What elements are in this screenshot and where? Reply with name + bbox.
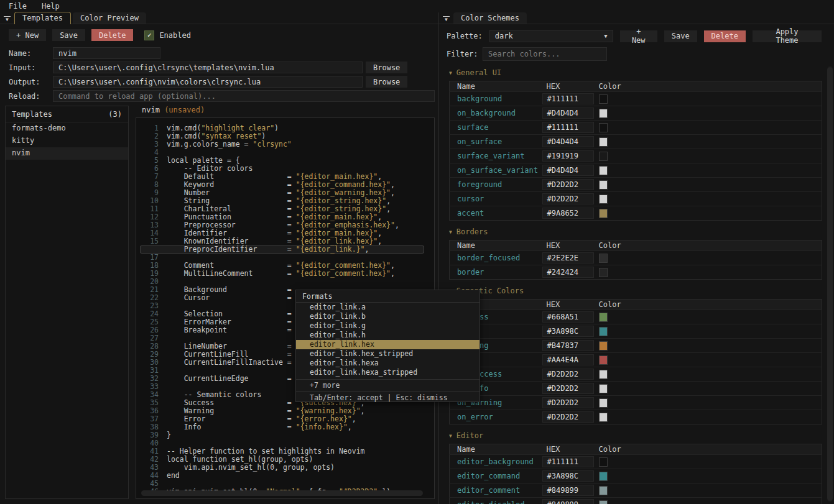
code-text: end [167,472,180,480]
color-swatch[interactable] [599,209,608,218]
tab-color-preview[interactable]: Color Preview [73,12,146,24]
section-header[interactable]: ▼Borders [449,227,834,240]
code-line[interactable]: 39} [140,431,434,439]
template-list-item[interactable]: formats-demo [6,122,128,135]
hex-value-field[interactable]: #849899 [542,485,594,496]
hex-value-field[interactable]: #D2D2D2 [542,383,594,394]
color-swatch[interactable] [599,123,608,132]
color-swatch[interactable] [599,398,608,408]
color-swatch[interactable] [599,472,608,481]
hex-value-field[interactable]: #9A8652 [542,208,594,219]
hex-value-field[interactable]: #3A898C [542,326,594,337]
collapse-panel-icon[interactable]: ▼ [4,16,11,22]
color-swatch[interactable] [599,137,608,147]
hex-value-field[interactable]: #191919 [542,150,594,162]
hex-value-field[interactable]: #D4D4D4 [542,108,594,119]
hex-value-field[interactable]: #B47837 [542,340,594,351]
code-line[interactable]: 3vim.g.colors_name = "clrsync" [140,140,434,149]
format-suggestion[interactable]: editor_link.b [296,312,480,321]
delete-palette-button[interactable]: Delete [704,30,746,42]
hex-value-field[interactable]: #3A898C [542,470,594,482]
enabled-checkbox[interactable]: ✓ [144,30,154,40]
color-swatch[interactable] [599,500,608,504]
format-suggestion[interactable]: editor_link.hexa_stripped [296,368,480,377]
menu-help[interactable]: Help [42,2,60,11]
color-swatch[interactable] [599,109,608,118]
hex-value-field[interactable]: #2E2E2E [542,252,594,263]
code-line[interactable]: 19 MultiLineComment = "{editor_comment.h… [140,270,434,278]
reload-command-field[interactable] [53,90,435,102]
color-swatch[interactable] [599,180,608,190]
hex-value-field[interactable]: #D2D2D2 [542,179,594,190]
code-line[interactable]: PreprocIdentifier = "{editor_link.}", [140,245,424,254]
scrollbar-thumb[interactable] [827,67,833,501]
color-search-input[interactable] [483,47,607,61]
hex-value-field[interactable]: #D2D2D2 [542,411,594,423]
template-list-item[interactable]: kitty [6,135,128,147]
collapse-panel-icon[interactable]: ▼ [443,16,450,22]
color-swatch[interactable] [599,268,608,277]
apply-theme-button[interactable]: Apply Theme [753,30,822,42]
format-suggestion[interactable]: editor_link.g [296,321,480,331]
hex-value-field[interactable]: #111111 [542,93,594,104]
section-collapse-icon[interactable]: ▼ [449,229,452,235]
save-template-button[interactable]: Save [52,29,85,41]
output-path-field[interactable] [53,76,363,88]
hex-value-field[interactable]: #111111 [542,122,594,133]
new-template-button[interactable]: + New [9,29,46,41]
hex-value-field[interactable]: #D4D4D4 [542,165,594,176]
color-swatch[interactable] [599,152,608,161]
hex-value-field[interactable]: #111111 [542,456,594,467]
delete-template-button[interactable]: Delete [91,29,133,41]
color-swatch[interactable] [599,313,608,322]
menu-file[interactable]: File [9,2,27,11]
column-name: Name [450,81,540,92]
section-collapse-icon[interactable]: ▼ [449,70,452,76]
popup-more-item[interactable]: +7 more [296,379,480,391]
color-swatch[interactable] [599,355,608,365]
input-path-field[interactable] [53,62,363,73]
section-header[interactable]: ▼Editor [449,431,834,444]
code-line[interactable]: 38 Info = "{info.hex}", [140,423,434,431]
format-suggestion[interactable]: editor_link.a [296,303,480,312]
hex-value-field[interactable]: #242424 [542,267,594,278]
input-browse-button[interactable]: Browse [366,62,407,73]
hex-value-field[interactable]: #AA4E4A [542,354,594,365]
color-swatch[interactable] [599,486,608,495]
format-suggestion[interactable]: editor_link.hexa [296,359,480,368]
save-palette-button[interactable]: Save [664,30,697,42]
tab-color-schemes[interactable]: Color Schemes [453,12,527,24]
new-palette-button[interactable]: + New [620,30,657,42]
editor-horizontal-scrollbar[interactable] [141,490,423,496]
code-line[interactable]: 43 vim.api.nvim_set_hl(0, group, opts) [140,464,434,472]
hex-value-field[interactable]: #668A51 [542,311,594,323]
format-suggestion[interactable]: editor_link.hex_stripped [296,349,480,359]
format-suggestion[interactable]: editor_link.h [296,331,480,340]
code-line[interactable]: 44end [140,472,434,480]
hex-value-field[interactable]: #D2D2D2 [542,193,594,204]
hex-value-field[interactable]: #D2D2D2 [542,397,594,408]
panel-vertical-scrollbar[interactable] [827,66,833,502]
color-swatch[interactable] [599,370,608,379]
template-list-item[interactable]: nvim [6,147,128,160]
color-swatch[interactable] [599,327,608,336]
color-swatch[interactable] [599,413,608,422]
hex-value-field[interactable]: #D4D4D4 [542,136,594,147]
format-suggestion[interactable]: editor_link.hex [296,340,480,349]
color-swatch[interactable] [599,341,608,351]
palette-dropdown[interactable]: dark ▼ [489,30,613,42]
hex-value-field[interactable]: #849899 [542,499,594,504]
color-swatch[interactable] [599,195,608,204]
color-swatch[interactable] [599,384,608,393]
section-header[interactable]: ▼Semantic Colors [449,286,834,299]
color-swatch[interactable] [599,457,608,467]
color-swatch[interactable] [599,166,608,175]
name-field[interactable] [53,47,160,59]
section-header[interactable]: ▼General UI [449,68,834,81]
output-browse-button[interactable]: Browse [366,76,407,88]
section-collapse-icon[interactable]: ▼ [449,433,452,439]
color-swatch[interactable] [599,254,608,263]
tab-templates[interactable]: Templates [14,12,71,24]
color-swatch[interactable] [599,94,608,104]
hex-value-field[interactable]: #D2D2D2 [542,369,594,380]
